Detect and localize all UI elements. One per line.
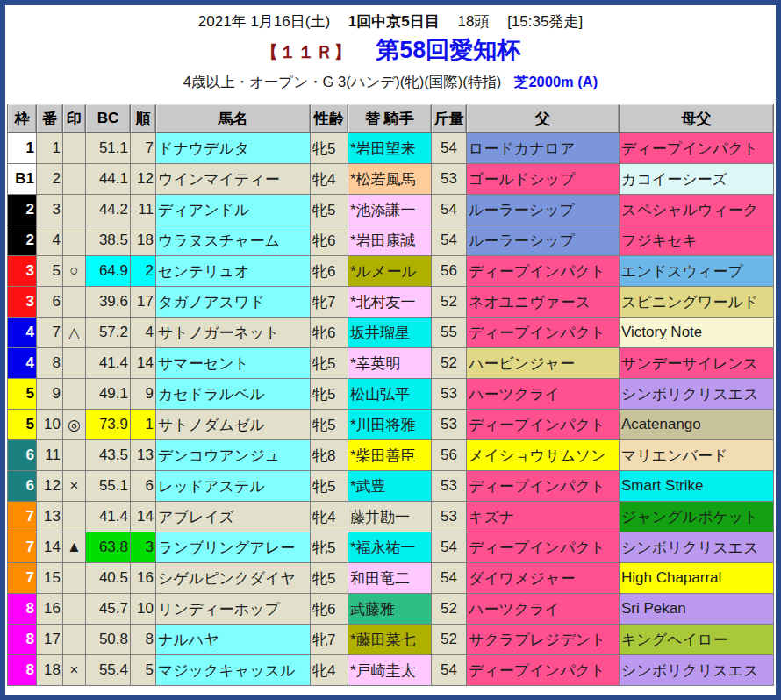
weight-cell: 56 bbox=[432, 440, 467, 471]
waku-cell: 6 bbox=[8, 440, 37, 471]
sex-age-cell: 牝5 bbox=[311, 471, 348, 502]
horse-number-cell: 18 bbox=[37, 655, 63, 686]
waku-cell: 1 bbox=[8, 133, 37, 164]
sire-cell: ダイワメジャー bbox=[467, 563, 620, 594]
sex-age-cell: 牝5 bbox=[311, 195, 348, 225]
weight-cell: 52 bbox=[432, 594, 467, 625]
damsire-cell: エンドスウィープ bbox=[620, 256, 774, 287]
rank-cell: 8 bbox=[131, 625, 156, 655]
horse-number-cell: 10 bbox=[37, 410, 63, 440]
weight-cell: 54 bbox=[432, 532, 467, 563]
horse-number-cell: 14 bbox=[37, 532, 63, 563]
waku-cell: 5 bbox=[8, 410, 37, 440]
damsire-cell: シンボリクリスエス bbox=[620, 379, 774, 410]
table-row: B1244.112ウインマイティー牝4*松若風馬53ゴールドシップカコイーシーズ bbox=[8, 164, 774, 195]
waku-cell: 5 bbox=[8, 379, 37, 410]
sire-cell: サクラプレジデント bbox=[467, 625, 620, 655]
bc-cell: 63.8 bbox=[86, 532, 131, 563]
mark-cell bbox=[63, 563, 86, 594]
rank-cell: 3 bbox=[131, 532, 156, 563]
mark-cell bbox=[63, 594, 86, 625]
horse-number-cell: 15 bbox=[37, 563, 63, 594]
sex-age-cell: 牝7 bbox=[311, 625, 348, 655]
weight-cell: 54 bbox=[432, 133, 467, 164]
sex-age-cell: 牝5 bbox=[311, 133, 348, 164]
waku-cell: 3 bbox=[8, 256, 37, 287]
jockey-cell: 和田竜二 bbox=[348, 563, 432, 594]
race-title-line: 【１１Ｒ】 第58回愛知杯 bbox=[5, 36, 776, 68]
rank-cell: 14 bbox=[131, 502, 156, 532]
sex-age-cell: 牝4 bbox=[311, 655, 348, 686]
rank-cell: 10 bbox=[131, 594, 156, 625]
head-count: 18頭 bbox=[457, 13, 489, 30]
waku-cell: 6 bbox=[8, 471, 37, 502]
mark-cell: × bbox=[63, 655, 86, 686]
sire-cell: ディープインパクト bbox=[467, 471, 620, 502]
weight-cell: 53 bbox=[432, 471, 467, 502]
table-row: 3639.617タガノアスワド牝7*北村友一52ネオユニヴァーススピニングワール… bbox=[8, 287, 774, 318]
horse-name-cell: リンディーホップ bbox=[156, 594, 311, 625]
jockey-cell: *幸英明 bbox=[348, 348, 432, 379]
rank-cell: 4 bbox=[131, 318, 156, 348]
jockey-cell: *藤田菜七 bbox=[348, 625, 432, 655]
mark-cell bbox=[63, 440, 86, 471]
mark-cell bbox=[63, 348, 86, 379]
jockey-cell: *池添謙一 bbox=[348, 195, 432, 225]
damsire-cell: シンボリクリスエス bbox=[620, 655, 774, 686]
table-row: 81750.88ナルハヤ牝7*藤田菜七52サクラプレジデントキングヘイロー bbox=[8, 625, 774, 655]
weight-cell: 52 bbox=[432, 287, 467, 318]
sire-cell: ディープインパクト bbox=[467, 655, 620, 686]
bc-cell: 43.5 bbox=[86, 440, 131, 471]
column-header-3: BC bbox=[86, 104, 131, 133]
horse-number-cell: 11 bbox=[37, 440, 63, 471]
horse-name-cell: サトノダムゼル bbox=[156, 410, 311, 440]
rank-cell: 6 bbox=[131, 471, 156, 502]
horse-number-cell: 12 bbox=[37, 471, 63, 502]
jockey-cell: *柴田善臣 bbox=[348, 440, 432, 471]
horse-name-cell: ドナウデルタ bbox=[156, 133, 311, 164]
rank-cell: 1 bbox=[131, 410, 156, 440]
jockey-cell: *北村友一 bbox=[348, 287, 432, 318]
mark-cell: △ bbox=[63, 318, 86, 348]
weight-cell: 54 bbox=[432, 563, 467, 594]
race-conditions-line: 4歳以上・オープン・G 3(ハンデ)(牝)(国際)(特指) 芝2000m (A) bbox=[5, 73, 776, 92]
horse-number-cell: 6 bbox=[37, 287, 63, 318]
table-row: 510◎73.91サトノダムゼル牝5*川田将雅53ディープインパクトAcaten… bbox=[8, 410, 774, 440]
horse-name-cell: ランブリングアレー bbox=[156, 532, 311, 563]
sex-age-cell: 牝4 bbox=[311, 164, 348, 195]
sex-age-cell: 牝5 bbox=[311, 532, 348, 563]
column-header-1: 番 bbox=[37, 104, 63, 133]
jockey-cell: *福永祐一 bbox=[348, 532, 432, 563]
horse-name-cell: カセドラルベル bbox=[156, 379, 311, 410]
rank-cell: 11 bbox=[131, 195, 156, 225]
weight-cell: 53 bbox=[432, 502, 467, 532]
horse-number-cell: 7 bbox=[37, 318, 63, 348]
horse-number-cell: 3 bbox=[37, 195, 63, 225]
damsire-cell: キングヘイロー bbox=[620, 625, 774, 655]
jockey-cell: *戸崎圭太 bbox=[348, 655, 432, 686]
sire-cell: キズナ bbox=[467, 502, 620, 532]
jockey-cell: *松若風馬 bbox=[348, 164, 432, 195]
table-row: 818×55.45マジックキャッスル牝4*戸崎圭太54ディープインパクトシンボリ… bbox=[8, 655, 774, 686]
waku-cell: 2 bbox=[8, 195, 37, 225]
bc-cell: 41.4 bbox=[86, 348, 131, 379]
sire-cell: ディープインパクト bbox=[467, 318, 620, 348]
horse-name-cell: タガノアスワド bbox=[156, 287, 311, 318]
rank-cell: 12 bbox=[131, 164, 156, 195]
bc-cell: 44.1 bbox=[86, 164, 131, 195]
table-row: 2438.518ウラヌスチャーム牝6*岩田康誠54ルーラーシップフジキセキ bbox=[8, 225, 774, 256]
bc-cell: 57.2 bbox=[86, 318, 131, 348]
bc-cell: 55.1 bbox=[86, 471, 131, 502]
horse-name-cell: デンコウアンジュ bbox=[156, 440, 311, 471]
sex-age-cell: 牝6 bbox=[311, 594, 348, 625]
course-distance: 芝2000m (A) bbox=[514, 74, 598, 89]
waku-cell: 7 bbox=[8, 532, 37, 563]
sire-cell: メイショウサムソン bbox=[467, 440, 620, 471]
rank-cell: 17 bbox=[131, 287, 156, 318]
column-header-6: 性齢 bbox=[311, 104, 348, 133]
column-header-7: 替 騎手 bbox=[348, 104, 432, 133]
table-row: 612×55.16レッドアステル牝5*武豊53ディープインパクトSmart St… bbox=[8, 471, 774, 502]
date-line: 2021年 1月16日(土) 1回中京5日目 18頭 [15:35発走] bbox=[5, 11, 776, 32]
bc-cell: 45.7 bbox=[86, 594, 131, 625]
sex-age-cell: 牝5 bbox=[311, 410, 348, 440]
